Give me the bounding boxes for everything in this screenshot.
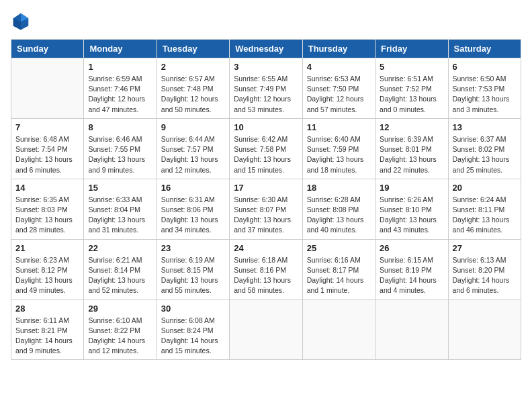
day-number: 14 [15, 183, 79, 193]
day-info: Sunrise: 6:42 AMSunset: 7:58 PMDaylight:… [234, 134, 298, 175]
day-number: 2 [161, 62, 225, 72]
day-number: 19 [380, 183, 443, 193]
day-number: 12 [380, 122, 443, 132]
calendar-cell: 29Sunrise: 6:10 AMSunset: 8:22 PMDayligh… [84, 300, 157, 360]
day-info: Sunrise: 6:53 AMSunset: 7:50 PMDaylight:… [307, 74, 371, 115]
calendar-week-row: 28Sunrise: 6:11 AMSunset: 8:21 PMDayligh… [11, 300, 521, 360]
day-info: Sunrise: 6:31 AMSunset: 8:06 PMDaylight:… [161, 195, 225, 236]
calendar-cell [302, 300, 375, 360]
day-info: Sunrise: 6:50 AMSunset: 7:53 PMDaylight:… [453, 74, 517, 115]
calendar-cell: 21Sunrise: 6:23 AMSunset: 8:12 PMDayligh… [11, 239, 84, 300]
calendar-table: SundayMondayTuesdayWednesdayThursdayFrid… [11, 39, 521, 360]
calendar-cell [448, 300, 521, 360]
day-number: 30 [161, 304, 225, 314]
calendar-cell: 20Sunrise: 6:24 AMSunset: 8:11 PMDayligh… [448, 179, 521, 239]
calendar-header-monday: Monday [84, 40, 157, 58]
day-number: 10 [234, 122, 298, 132]
calendar-cell: 9Sunrise: 6:44 AMSunset: 7:57 PMDaylight… [157, 118, 229, 179]
calendar-cell: 25Sunrise: 6:16 AMSunset: 8:17 PMDayligh… [302, 239, 375, 300]
calendar-cell: 16Sunrise: 6:31 AMSunset: 8:06 PMDayligh… [157, 179, 229, 239]
day-info: Sunrise: 6:57 AMSunset: 7:48 PMDaylight:… [161, 74, 225, 115]
day-info: Sunrise: 6:44 AMSunset: 7:57 PMDaylight:… [161, 134, 225, 175]
calendar-cell [11, 58, 84, 119]
day-info: Sunrise: 6:35 AMSunset: 8:03 PMDaylight:… [15, 195, 79, 236]
day-number: 20 [453, 183, 517, 193]
day-info: Sunrise: 6:59 AMSunset: 7:46 PMDaylight:… [88, 74, 152, 115]
day-info: Sunrise: 6:48 AMSunset: 7:54 PMDaylight:… [15, 134, 79, 175]
day-number: 6 [453, 62, 517, 72]
day-info: Sunrise: 6:19 AMSunset: 8:15 PMDaylight:… [161, 255, 225, 296]
day-number: 24 [234, 243, 298, 253]
day-info: Sunrise: 6:30 AMSunset: 8:07 PMDaylight:… [234, 195, 298, 236]
calendar-cell [230, 300, 302, 360]
calendar-header-wednesday: Wednesday [230, 40, 302, 58]
day-number: 18 [307, 183, 371, 193]
day-info: Sunrise: 6:46 AMSunset: 7:55 PMDaylight:… [88, 134, 152, 175]
calendar-header-saturday: Saturday [448, 40, 521, 58]
calendar-cell: 8Sunrise: 6:46 AMSunset: 7:55 PMDaylight… [84, 118, 157, 179]
day-number: 26 [380, 243, 443, 253]
calendar-cell: 6Sunrise: 6:50 AMSunset: 7:53 PMDaylight… [448, 58, 521, 119]
day-number: 1 [88, 62, 152, 72]
calendar-week-row: 7Sunrise: 6:48 AMSunset: 7:54 PMDaylight… [11, 118, 521, 179]
calendar-week-row: 21Sunrise: 6:23 AMSunset: 8:12 PMDayligh… [11, 239, 521, 300]
calendar-cell: 18Sunrise: 6:28 AMSunset: 8:08 PMDayligh… [302, 179, 375, 239]
day-info: Sunrise: 6:24 AMSunset: 8:11 PMDaylight:… [453, 195, 517, 236]
day-number: 13 [453, 122, 517, 132]
calendar-cell: 24Sunrise: 6:18 AMSunset: 8:16 PMDayligh… [230, 239, 302, 300]
day-number: 21 [15, 243, 79, 253]
day-info: Sunrise: 6:15 AMSunset: 8:19 PMDaylight:… [380, 255, 443, 296]
calendar-cell: 4Sunrise: 6:53 AMSunset: 7:50 PMDaylight… [302, 58, 375, 119]
day-number: 7 [15, 122, 79, 132]
day-number: 9 [161, 122, 225, 132]
calendar-cell: 7Sunrise: 6:48 AMSunset: 7:54 PMDaylight… [11, 118, 84, 179]
day-number: 27 [453, 243, 517, 253]
day-number: 16 [161, 183, 225, 193]
day-info: Sunrise: 6:28 AMSunset: 8:08 PMDaylight:… [307, 195, 371, 236]
calendar-cell: 10Sunrise: 6:42 AMSunset: 7:58 PMDayligh… [230, 118, 302, 179]
day-number: 3 [234, 62, 298, 72]
day-info: Sunrise: 6:33 AMSunset: 8:04 PMDaylight:… [88, 195, 152, 236]
day-number: 28 [15, 304, 79, 314]
calendar-cell: 17Sunrise: 6:30 AMSunset: 8:07 PMDayligh… [230, 179, 302, 239]
calendar-cell: 2Sunrise: 6:57 AMSunset: 7:48 PMDaylight… [157, 58, 229, 119]
calendar-cell: 11Sunrise: 6:40 AMSunset: 7:59 PMDayligh… [302, 118, 375, 179]
calendar-cell: 30Sunrise: 6:08 AMSunset: 8:24 PMDayligh… [157, 300, 229, 360]
calendar-cell [375, 300, 448, 360]
calendar-header-friday: Friday [375, 40, 448, 58]
day-info: Sunrise: 6:23 AMSunset: 8:12 PMDaylight:… [15, 255, 79, 296]
day-info: Sunrise: 6:13 AMSunset: 8:20 PMDaylight:… [453, 255, 517, 296]
day-number: 22 [88, 243, 152, 253]
day-number: 17 [234, 183, 298, 193]
day-info: Sunrise: 6:10 AMSunset: 8:22 PMDaylight:… [88, 316, 152, 357]
header [11, 11, 521, 31]
calendar-header-tuesday: Tuesday [157, 40, 229, 58]
calendar-cell: 12Sunrise: 6:39 AMSunset: 8:01 PMDayligh… [375, 118, 448, 179]
calendar-header-sunday: Sunday [11, 40, 84, 58]
calendar-cell: 28Sunrise: 6:11 AMSunset: 8:21 PMDayligh… [11, 300, 84, 360]
day-info: Sunrise: 6:16 AMSunset: 8:17 PMDaylight:… [307, 255, 371, 296]
day-info: Sunrise: 6:26 AMSunset: 8:10 PMDaylight:… [380, 195, 443, 236]
logo-icon [11, 11, 31, 31]
day-number: 29 [88, 304, 152, 314]
day-info: Sunrise: 6:37 AMSunset: 8:02 PMDaylight:… [453, 134, 517, 175]
day-number: 25 [307, 243, 371, 253]
day-number: 15 [88, 183, 152, 193]
calendar-week-row: 14Sunrise: 6:35 AMSunset: 8:03 PMDayligh… [11, 179, 521, 239]
day-number: 8 [88, 122, 152, 132]
day-info: Sunrise: 6:55 AMSunset: 7:49 PMDaylight:… [234, 74, 298, 115]
logo [11, 11, 34, 31]
day-info: Sunrise: 6:21 AMSunset: 8:14 PMDaylight:… [88, 255, 152, 296]
day-info: Sunrise: 6:51 AMSunset: 7:52 PMDaylight:… [380, 74, 443, 115]
calendar-cell: 22Sunrise: 6:21 AMSunset: 8:14 PMDayligh… [84, 239, 157, 300]
calendar-cell: 1Sunrise: 6:59 AMSunset: 7:46 PMDaylight… [84, 58, 157, 119]
day-number: 23 [161, 243, 225, 253]
calendar-cell: 23Sunrise: 6:19 AMSunset: 8:15 PMDayligh… [157, 239, 229, 300]
calendar-header-thursday: Thursday [302, 40, 375, 58]
calendar-cell: 14Sunrise: 6:35 AMSunset: 8:03 PMDayligh… [11, 179, 84, 239]
day-number: 5 [380, 62, 443, 72]
day-info: Sunrise: 6:39 AMSunset: 8:01 PMDaylight:… [380, 134, 443, 175]
day-info: Sunrise: 6:18 AMSunset: 8:16 PMDaylight:… [234, 255, 298, 296]
day-info: Sunrise: 6:40 AMSunset: 7:59 PMDaylight:… [307, 134, 371, 175]
calendar-cell: 13Sunrise: 6:37 AMSunset: 8:02 PMDayligh… [448, 118, 521, 179]
